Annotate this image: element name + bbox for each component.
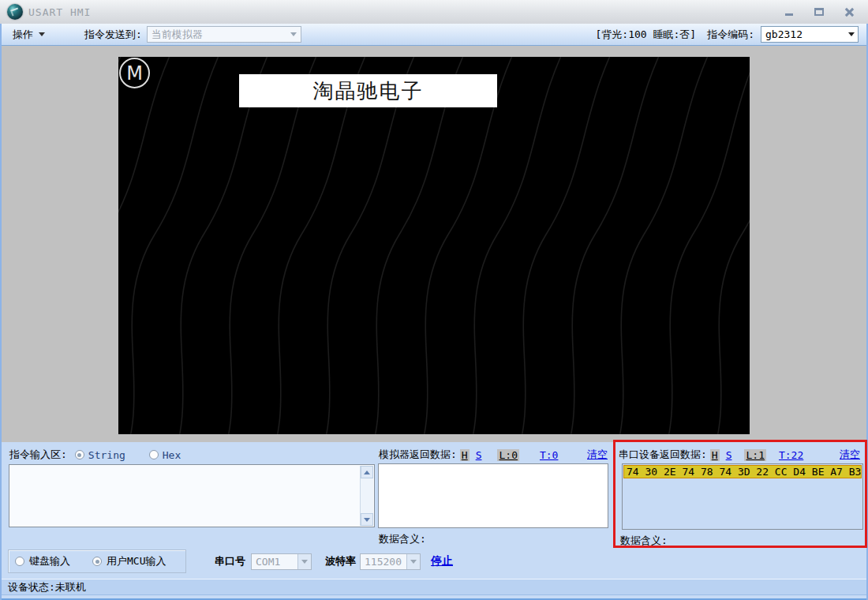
dev-meaning-label: 数据含义:	[620, 534, 668, 548]
simulator-return-title: 模拟器返回数据:	[379, 448, 457, 462]
stop-link[interactable]: 停止	[431, 554, 453, 568]
triangle-up-icon	[364, 471, 370, 474]
encoding-label: 指令编码:	[707, 28, 754, 42]
scroll-down-button[interactable]	[361, 513, 373, 526]
vertical-scrollbar[interactable]	[360, 466, 373, 526]
titlebar: USART HMI	[0, 0, 868, 24]
sim-string-toggle[interactable]: S	[476, 449, 482, 461]
com-port-value: COM1	[252, 556, 297, 568]
device-return-textarea[interactable]: 74 30 2E 74 78 74 3D 22 CC D4 BE A7 B3 D…	[622, 463, 863, 530]
baud-rate-select[interactable]: 115200	[360, 553, 421, 570]
sim-length-counter[interactable]: L:0	[497, 449, 518, 461]
radio-hex-label: Hex	[163, 449, 181, 461]
bottom-controls-row: 键盘输入 用户MCU输入 串口号 COM1 波特率 115200 停止	[2, 549, 866, 574]
operation-menu-button[interactable]: 操作	[9, 26, 48, 43]
radio-keyboard-input[interactable]: 键盘输入	[15, 554, 70, 568]
maximize-icon	[814, 8, 824, 16]
display-banner-text: 淘晶驰电子	[239, 74, 497, 107]
close-button[interactable]	[840, 6, 859, 18]
radio-mcu-label: 用户MCU输入	[107, 554, 166, 568]
send-target-select[interactable]: 当前模拟器	[147, 26, 301, 43]
window-title: USART HMI	[28, 6, 91, 18]
radio-mcu-circle	[92, 557, 102, 566]
radio-mcu-input[interactable]: 用户MCU输入	[92, 554, 166, 568]
command-input-label: 指令输入区:	[9, 448, 67, 462]
chevron-down-icon	[39, 32, 45, 36]
minimize-icon	[785, 13, 793, 16]
radio-keyboard-circle	[15, 557, 24, 566]
baud-rate-label: 波特率	[325, 554, 356, 568]
com-port-label: 串口号	[215, 554, 245, 568]
radio-hex[interactable]: Hex	[149, 449, 181, 461]
usart-hmi-window: USART HMI 操作 指令发送到: 当前模拟器 [背光:100 睡眠:否] …	[0, 0, 868, 600]
dev-clear-link[interactable]: 清空	[840, 448, 860, 462]
dev-string-toggle[interactable]: S	[726, 449, 732, 461]
simulator-return-textarea[interactable]	[378, 463, 608, 528]
command-input-textarea[interactable]	[9, 464, 375, 527]
radio-string[interactable]: String	[75, 449, 125, 461]
sim-time-counter[interactable]: T:0	[540, 449, 558, 461]
chevron-down-icon	[406, 554, 420, 569]
app-icon	[7, 4, 23, 20]
sim-meaning-label: 数据含义:	[379, 532, 426, 546]
encoding-select[interactable]: gb2312	[761, 26, 859, 43]
input-source-group: 键盘输入 用户MCU输入	[8, 549, 186, 573]
m-logo: M	[119, 58, 150, 88]
com-port-select[interactable]: COM1	[251, 553, 312, 570]
dev-length-counter[interactable]: L:1	[744, 449, 765, 461]
simulator-screen[interactable]: M 淘晶驰电子	[118, 57, 750, 434]
scroll-up-button[interactable]	[361, 466, 373, 478]
maximize-button[interactable]	[810, 6, 829, 18]
wave-pattern	[118, 57, 750, 434]
send-target-label: 指令发送到:	[84, 28, 142, 42]
content-area: M 淘晶驰电子	[2, 46, 866, 442]
chevron-down-icon	[844, 27, 858, 42]
radio-keyboard-label: 键盘输入	[29, 554, 70, 568]
chevron-down-icon	[297, 554, 311, 569]
operation-menu-label: 操作	[13, 28, 33, 42]
close-icon	[844, 7, 855, 17]
backlight-sleep-status: [背光:100 睡眠:否]	[596, 28, 697, 42]
dev-hex-toggle[interactable]: H	[710, 449, 720, 461]
sim-clear-link[interactable]: 清空	[587, 448, 608, 462]
radio-hex-circle	[149, 450, 159, 459]
triangle-down-icon	[364, 518, 370, 522]
lower-panel: 指令输入区: String Hex 模拟器返回数据: H S L:0 T:0	[2, 442, 866, 598]
minimize-button[interactable]	[780, 6, 799, 18]
chevron-down-icon	[287, 27, 301, 42]
sim-hex-toggle[interactable]: H	[460, 449, 470, 461]
selected-hex-row[interactable]: 74 30 2E 74 78 74 3D 22 CC D4 BE A7 B3 D…	[623, 465, 862, 478]
device-return-title: 串口设备返回数据:	[619, 448, 707, 462]
encoding-value: gb2312	[761, 28, 844, 40]
dev-time-counter[interactable]: T:22	[779, 449, 803, 461]
toolbar: 操作 指令发送到: 当前模拟器 [背光:100 睡眠:否] 指令编码: gb23…	[2, 24, 866, 46]
status-bar: 设备状态:未联机	[2, 579, 866, 595]
radio-string-label: String	[88, 449, 125, 461]
radio-string-circle	[75, 450, 84, 459]
baud-rate-value: 115200	[361, 556, 406, 568]
device-status-text: 设备状态:未联机	[8, 581, 86, 593]
send-target-value: 当前模拟器	[148, 28, 287, 42]
